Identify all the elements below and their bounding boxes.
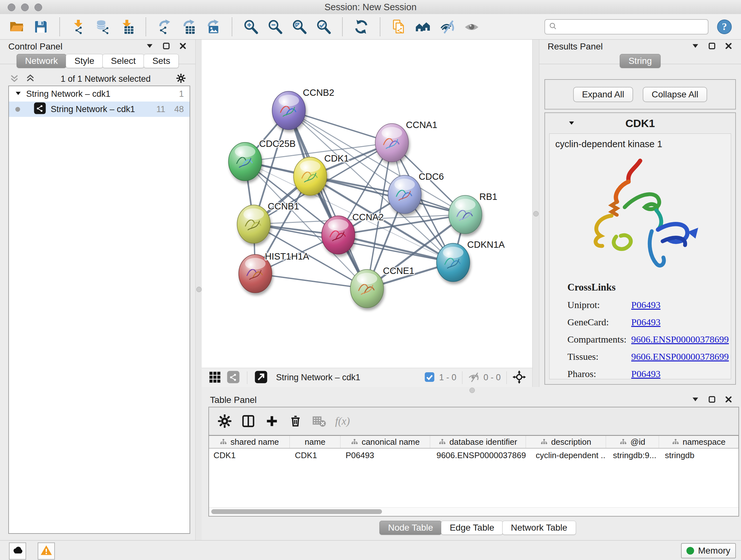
bottom-splitter-handle[interactable] xyxy=(469,388,475,393)
cell-namespace[interactable]: stringdb xyxy=(659,450,738,460)
network-options-gear-icon[interactable] xyxy=(176,73,186,84)
export-image-button[interactable] xyxy=(205,18,221,35)
tab-network[interactable]: Network xyxy=(17,54,67,68)
network-type-icon[interactable] xyxy=(226,370,240,385)
tab-sets[interactable]: Sets xyxy=(144,54,179,68)
network-node-CDK1[interactable] xyxy=(293,157,327,195)
network-node-CCNB2[interactable] xyxy=(272,91,306,130)
search-box[interactable] xyxy=(544,19,709,35)
panel-close-icon[interactable] xyxy=(179,42,187,51)
collapse-all-button[interactable]: Collapse All xyxy=(643,87,707,102)
right-splitter-handle[interactable] xyxy=(533,211,539,216)
import-network-file-button[interactable] xyxy=(70,18,87,35)
panel-float-icon[interactable] xyxy=(708,42,716,51)
cell-shared-name[interactable]: CDK1 xyxy=(209,450,290,460)
column-header-namespace[interactable]: namespace xyxy=(659,436,738,448)
duplicate-network-button[interactable] xyxy=(391,18,407,35)
panel-close-icon[interactable] xyxy=(724,42,733,51)
memory-button[interactable]: Memory xyxy=(681,543,736,558)
selected-count-checkbox[interactable] xyxy=(424,371,435,384)
tab-network-table[interactable]: Network Table xyxy=(502,521,576,535)
import-network-database-button[interactable] xyxy=(94,18,111,35)
open-session-button[interactable] xyxy=(8,18,25,35)
network-overview-button[interactable] xyxy=(415,18,431,35)
hidden-eye-icon[interactable] xyxy=(468,371,480,384)
crosslink-link[interactable]: P06493 xyxy=(631,300,661,310)
export-network-file-button[interactable] xyxy=(156,18,173,35)
left-splitter-handle[interactable] xyxy=(196,287,202,292)
column-header-shared-name[interactable]: shared name xyxy=(209,436,290,448)
column-header-canonical-name[interactable]: canonical name xyxy=(340,436,430,448)
column-header-name[interactable]: name xyxy=(290,436,340,448)
show-columns-icon[interactable] xyxy=(240,413,257,430)
cell-description[interactable]: cyclin-dependent ... xyxy=(526,450,606,460)
crosslink-link[interactable]: P06493 xyxy=(631,317,661,327)
collection-expander-icon[interactable] xyxy=(15,89,22,99)
collapse-all-networks-icon[interactable] xyxy=(10,73,19,84)
save-session-button[interactable] xyxy=(32,18,49,35)
panel-menu-icon[interactable] xyxy=(145,42,154,51)
column-header-@id[interactable]: @id xyxy=(606,436,659,448)
tab-edge-table[interactable]: Edge Table xyxy=(441,521,503,535)
expand-all-button[interactable]: Expand All xyxy=(573,87,633,102)
grid-view-icon[interactable] xyxy=(208,370,221,385)
crosslink-link[interactable]: P06493 xyxy=(631,368,661,379)
add-column-icon[interactable] xyxy=(263,413,280,430)
help-button[interactable]: ? xyxy=(716,18,733,35)
cell-canonical-name[interactable]: P06493 xyxy=(340,450,430,460)
network-node-CDC6[interactable] xyxy=(388,175,421,213)
panel-float-icon[interactable] xyxy=(708,395,716,405)
panel-menu-icon[interactable] xyxy=(691,42,699,51)
network-node-CCNA1[interactable] xyxy=(375,124,408,162)
table-hscrollbar[interactable] xyxy=(209,507,738,516)
network-node-CDC25B[interactable] xyxy=(228,142,262,181)
table-options-gear-icon[interactable] xyxy=(216,413,233,430)
table-hscrollbar-thumb[interactable] xyxy=(211,509,382,514)
crosslink-link[interactable]: 9606.ENSP00000378699 xyxy=(631,334,729,345)
network-node-CCNA2[interactable] xyxy=(322,216,355,254)
crosshair-icon[interactable] xyxy=(513,370,526,385)
crosslink-link[interactable]: 9606.ENSP00000378699 xyxy=(631,351,729,362)
cell-@id[interactable]: stringdb:9... xyxy=(606,450,659,460)
network-graph[interactable]: CCNB2CCNA1CDC25BCDK1CDC6RB1CCNB1CCNA2HIS… xyxy=(202,40,532,368)
show-hidden-button[interactable] xyxy=(463,18,480,35)
refresh-button[interactable] xyxy=(353,18,369,35)
tab-node-table[interactable]: Node Table xyxy=(380,521,442,535)
export-table-file-button[interactable] xyxy=(181,18,197,35)
column-header-database-identifier[interactable]: database identifier xyxy=(430,436,526,448)
zoom-selected-button[interactable] xyxy=(315,18,332,35)
network-canvas[interactable]: CCNB2CCNA1CDC25BCDK1CDC6RB1CCNB1CCNA2HIS… xyxy=(202,40,532,368)
network-node-CCNE1[interactable] xyxy=(350,269,384,308)
detach-view-icon[interactable] xyxy=(254,370,268,385)
tab-string[interactable]: String xyxy=(620,54,660,68)
tab-select[interactable]: Select xyxy=(103,54,145,68)
panel-close-icon[interactable] xyxy=(724,395,733,405)
table-row[interactable]: CDK1CDK1P064939606.ENSP00000378699cyclin… xyxy=(209,449,738,462)
hide-selected-button[interactable] xyxy=(439,18,456,35)
zoom-out-button[interactable] xyxy=(267,18,283,35)
delete-column-icon[interactable] xyxy=(287,413,304,430)
network-edge[interactable] xyxy=(289,111,367,289)
warnings-button[interactable] xyxy=(38,543,55,560)
network-edge[interactable] xyxy=(255,273,367,289)
zoom-in-button[interactable] xyxy=(243,18,259,35)
cell-database-identifier[interactable]: 9606.ENSP00000378699 xyxy=(430,450,526,460)
network-collection-row[interactable]: String Network – cdk1 1 xyxy=(9,86,190,102)
network-row-selected[interactable]: String Network – cdk1 11 48 xyxy=(9,102,190,117)
cloud-status-button[interactable] xyxy=(9,543,26,560)
tab-style[interactable]: Style xyxy=(66,54,103,68)
cell-name[interactable]: CDK1 xyxy=(290,450,340,460)
column-header-description[interactable]: description xyxy=(526,436,606,448)
network-node-CDKN1A[interactable] xyxy=(436,243,470,282)
panel-float-icon[interactable] xyxy=(162,42,171,51)
expand-all-networks-icon[interactable] xyxy=(25,73,35,84)
zoom-fit-button[interactable] xyxy=(291,18,308,35)
network-node-CCNB1[interactable] xyxy=(237,205,270,243)
network-node-RB1[interactable] xyxy=(449,195,482,234)
right-splitter[interactable] xyxy=(532,40,539,387)
left-splitter[interactable] xyxy=(195,40,202,540)
gene-expander-icon[interactable] xyxy=(568,119,575,128)
import-table-file-button[interactable] xyxy=(119,18,135,35)
panel-menu-icon[interactable] xyxy=(691,395,699,405)
search-input[interactable] xyxy=(560,21,704,32)
